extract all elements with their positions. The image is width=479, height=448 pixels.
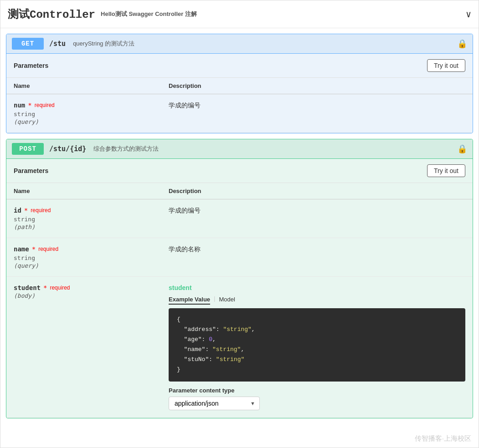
post-api-header[interactable]: POST /stu/{id} 综合参数方式的测试方法 🔒 bbox=[6, 139, 473, 159]
post-param-student-name-line: student * required bbox=[14, 284, 169, 291]
get-params-title: Parameters bbox=[14, 62, 48, 69]
get-lock-icon: 🔒 bbox=[457, 39, 467, 49]
content-type-select-wrapper[interactable]: application/json bbox=[169, 397, 260, 410]
post-param-id-name-col: id * required string (path) bbox=[14, 207, 169, 230]
post-param-name-location: (query) bbox=[14, 262, 169, 269]
post-param-name-desc-text: 学成的名称 bbox=[169, 245, 201, 253]
get-api-block: GET /stu queryString 的测试方法 🔒 Parameters … bbox=[6, 34, 473, 133]
get-params-header: Parameters Try it out bbox=[6, 54, 473, 78]
post-param-id-location: (path) bbox=[14, 224, 169, 230]
post-param-student-required-star: * bbox=[43, 284, 47, 291]
code-name-key: "name": bbox=[177, 346, 212, 353]
post-param-name-name-line: name * required bbox=[14, 245, 169, 253]
post-api-path: /stu/{id} bbox=[49, 145, 86, 153]
code-age-value: 0 bbox=[209, 336, 212, 343]
get-param-num-desc-text: 学成的编号 bbox=[169, 102, 201, 109]
post-param-student-name: student bbox=[14, 284, 41, 291]
example-tabs: Example Value | Model bbox=[169, 295, 465, 305]
get-api-header[interactable]: GET /stu queryString 的测试方法 🔒 bbox=[6, 34, 473, 54]
code-address-key: "address": bbox=[177, 326, 223, 333]
post-col-name-header: Name bbox=[14, 188, 169, 194]
get-method-badge: GET bbox=[12, 38, 44, 50]
post-params-header: Parameters Try it out bbox=[6, 159, 473, 183]
code-name-comma: , bbox=[241, 346, 244, 353]
code-brace-close: } bbox=[177, 366, 180, 373]
post-param-student-required-label: required bbox=[50, 285, 70, 291]
get-param-num-required-star: * bbox=[28, 102, 31, 109]
post-api-description: 综合参数方式的测试方法 bbox=[93, 145, 159, 153]
post-param-id-desc-text: 学成的编号 bbox=[169, 207, 201, 214]
controller-title-text: 测试Controller bbox=[8, 7, 95, 21]
code-address-comma: , bbox=[252, 326, 255, 333]
post-param-name-type: string bbox=[14, 255, 169, 261]
chevron-down-icon[interactable]: ∨ bbox=[466, 9, 471, 20]
get-api-description: queryString 的测试方法 bbox=[73, 40, 134, 48]
get-param-num-type: string bbox=[14, 111, 169, 117]
post-param-name-name: name bbox=[14, 245, 29, 253]
get-param-num-name-col: num * required string (query) bbox=[14, 102, 169, 125]
post-api-block: POST /stu/{id} 综合参数方式的测试方法 🔒 Parameters … bbox=[6, 139, 473, 418]
post-params-table-header: Name Description bbox=[6, 183, 473, 199]
get-param-num-row: num * required string (query) 学成的编号 bbox=[6, 94, 473, 133]
controller-title: 测试Controller Hello测试 Swagger Controller … bbox=[8, 7, 197, 21]
post-param-name-name-col: name * required string (query) bbox=[14, 245, 169, 269]
get-param-num-name-line: num * required bbox=[14, 102, 169, 109]
post-lock-icon: 🔒 bbox=[457, 144, 467, 154]
post-col-desc-header: Description bbox=[169, 188, 465, 194]
code-age-key: "age": bbox=[177, 336, 209, 343]
code-name-value: "string" bbox=[212, 346, 241, 353]
post-param-name-row: name * required string (query) 学成的名称 bbox=[6, 238, 473, 277]
page-wrapper: 测试Controller Hello测试 Swagger Controller … bbox=[0, 0, 479, 448]
code-stuno-key: "stuNo": bbox=[177, 356, 216, 363]
post-param-name-desc: 学成的名称 bbox=[169, 245, 465, 254]
code-address-value: "string" bbox=[223, 326, 251, 333]
post-param-student-name-col: student * required (body) bbox=[14, 284, 169, 299]
post-param-student-location: (body) bbox=[14, 292, 169, 299]
watermark: 传智播客·上海校区 bbox=[415, 434, 471, 443]
post-param-name-required-label: required bbox=[38, 246, 58, 252]
post-param-id-required-label: required bbox=[31, 207, 51, 214]
get-param-num-location: (query) bbox=[14, 118, 169, 125]
post-param-id-row: id * required string (path) 学成的编号 bbox=[6, 199, 473, 238]
post-try-it-out-button[interactable]: Try it out bbox=[427, 164, 465, 177]
post-method-badge: POST bbox=[12, 143, 44, 155]
code-brace-open: { bbox=[177, 316, 180, 323]
post-param-student-desc: student Example Value | Model { "address… bbox=[169, 284, 465, 410]
get-api-path: /stu bbox=[49, 40, 66, 48]
get-try-it-out-button[interactable]: Try it out bbox=[427, 59, 465, 72]
post-param-id-name: id bbox=[14, 207, 21, 214]
controller-subtitle: Hello测试 Swagger Controller 注解 bbox=[101, 10, 197, 18]
tab-separator: | bbox=[214, 295, 215, 305]
model-tab[interactable]: Model bbox=[219, 295, 235, 305]
get-col-desc-header: Description bbox=[169, 82, 465, 89]
get-col-name-header: Name bbox=[14, 82, 169, 89]
content-type-select[interactable]: application/json bbox=[169, 397, 260, 410]
get-param-num-required-label: required bbox=[35, 102, 55, 108]
post-param-id-name-line: id * required bbox=[14, 207, 169, 214]
get-param-num-desc: 学成的编号 bbox=[169, 102, 465, 110]
post-params-title: Parameters bbox=[14, 167, 48, 174]
content-type-label: Parameter content type bbox=[169, 387, 465, 394]
post-param-student-row: student * required (body) student Exampl… bbox=[6, 277, 473, 418]
get-params-table-header: Name Description bbox=[6, 78, 473, 94]
code-block: { "address": "string", "age": 0, "name":… bbox=[169, 308, 465, 382]
get-params-section: Parameters Try it out Name Description n… bbox=[6, 54, 473, 133]
get-param-num-name: num bbox=[14, 102, 25, 109]
post-params-section: Parameters Try it out Name Description i… bbox=[6, 159, 473, 418]
controller-header: 测试Controller Hello测试 Swagger Controller … bbox=[0, 0, 479, 28]
post-param-id-required-star: * bbox=[24, 207, 28, 214]
post-param-id-type: string bbox=[14, 216, 169, 223]
post-param-id-desc: 学成的编号 bbox=[169, 207, 465, 215]
post-param-student-desc-link[interactable]: student bbox=[169, 284, 465, 291]
example-value-tab[interactable]: Example Value bbox=[169, 295, 210, 305]
code-stuno-value: "string" bbox=[216, 356, 244, 363]
code-age-comma: , bbox=[212, 336, 216, 343]
post-param-name-required-star: * bbox=[32, 245, 36, 253]
